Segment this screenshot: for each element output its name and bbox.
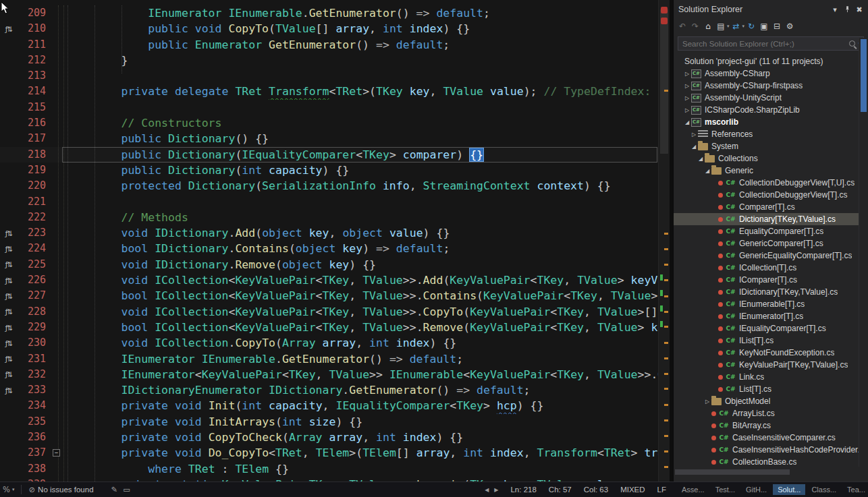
line-number[interactable]: 231 bbox=[18, 351, 51, 367]
tree-item-comparer-t-cs[interactable]: C#Comparer[T].cs bbox=[674, 201, 859, 213]
code-line-212[interactable]: 212 } bbox=[0, 53, 658, 68]
tree-item-idictionary-tkey-tvalue-cs[interactable]: C#IDictionary[TKey,TValue].cs bbox=[674, 286, 859, 298]
code-line-228[interactable]: ƒ⇅228 void ICollection<KeyValuePair<TKey… bbox=[0, 304, 658, 320]
eol-indicator[interactable]: LF bbox=[657, 486, 666, 494]
code-line-220[interactable]: 220 protected Dictionary(SerializationIn… bbox=[0, 178, 658, 194]
expanded-arrow-icon[interactable]: ◢ bbox=[683, 119, 691, 125]
code-text[interactable]: where TRet : TElem {} bbox=[67, 461, 658, 477]
issues-status[interactable]: No issues found bbox=[38, 486, 93, 494]
tree-item-assembly-csharp[interactable]: ▷C#Assembly-CSharp bbox=[674, 67, 859, 80]
method-reference-margin-icon[interactable]: ƒ⇅ bbox=[0, 245, 18, 253]
column-indicator[interactable]: Col: 63 bbox=[584, 486, 608, 494]
tree-item-genericequalitycomparer-t-cs[interactable]: C#GenericEqualityComparer[T].cs bbox=[674, 250, 859, 262]
tree-item-list-t-cs[interactable]: C#List[T].cs bbox=[674, 383, 859, 395]
code-line-231[interactable]: ƒ⇅231 IEnumerator IEnumerable.GetEnumera… bbox=[0, 351, 658, 367]
line-number[interactable]: 214 bbox=[18, 84, 51, 99]
method-reference-margin-icon[interactable]: ƒ⇅ bbox=[0, 25, 18, 33]
properties-icon[interactable]: ⚙ bbox=[784, 20, 796, 33]
fold-collapse-glyph[interactable]: − bbox=[53, 449, 60, 457]
tree-item-mscorlib[interactable]: ◢C#mscorlib bbox=[674, 116, 859, 128]
code-editor[interactable]: 209 IEnumerator IEnumerable.GetEnumerato… bbox=[0, 0, 670, 481]
tool-window-tab-test[interactable]: Test... bbox=[711, 484, 740, 495]
code-line-213[interactable]: 213 bbox=[0, 68, 658, 84]
tree-item-collectiondebuggerview-t-u-cs[interactable]: C#CollectionDebuggerView[T,U].cs bbox=[674, 177, 859, 189]
expanded-arrow-icon[interactable]: ◢ bbox=[690, 144, 698, 150]
code-text[interactable]: IDictionaryEnumerator IDictionary.GetEnu… bbox=[67, 382, 658, 398]
code-text[interactable]: IEnumerator IEnumerable.GetEnumerator() … bbox=[67, 351, 658, 367]
close-icon[interactable]: ✖ bbox=[853, 3, 865, 16]
pin-icon[interactable] bbox=[841, 3, 853, 16]
scroll-right-icon[interactable]: ▶ bbox=[491, 487, 501, 493]
tree-item-iequalitycomparer-t-cs[interactable]: C#IEqualityComparer[T].cs bbox=[674, 322, 859, 334]
line-number[interactable]: 217 bbox=[18, 131, 51, 146]
collapsed-arrow-icon[interactable]: ▷ bbox=[683, 107, 691, 113]
line-number[interactable]: 230 bbox=[18, 335, 51, 351]
collapse-all-icon[interactable]: ⊟ bbox=[771, 20, 783, 33]
expanded-arrow-icon[interactable]: ◢ bbox=[703, 168, 711, 174]
forward-icon[interactable]: ↷ bbox=[689, 20, 701, 33]
code-text[interactable]: bool IDictionary.Contains(object key) =>… bbox=[67, 241, 658, 256]
code-text[interactable]: public Enumerator GetEnumerator() => def… bbox=[67, 37, 658, 53]
tool-window-tab-tea[interactable]: Tea... bbox=[842, 484, 868, 495]
tree-item-collectiondebuggerview-t-cs[interactable]: C#CollectionDebuggerView[T].cs bbox=[674, 189, 859, 201]
code-line-235[interactable]: 235 private void InitArrays(int size) {} bbox=[0, 414, 658, 430]
search-box[interactable]: ▾ bbox=[678, 36, 864, 51]
panel-toggle-icon[interactable]: ▭ bbox=[120, 485, 133, 494]
code-line-224[interactable]: ƒ⇅224 bool IDictionary.Contains(object k… bbox=[0, 241, 658, 256]
tree-item-ienumerable-t-cs[interactable]: C#IEnumerable[T].cs bbox=[674, 298, 859, 310]
collapsed-arrow-icon[interactable]: ▷ bbox=[690, 131, 698, 138]
tree-item-generic[interactable]: ◢Generic bbox=[674, 165, 859, 177]
code-line-210[interactable]: ƒ⇅210 public void CopyTo(TValue[] array,… bbox=[0, 21, 658, 36]
code-line-219[interactable]: 219 public Dictionary(int capacity) {} bbox=[0, 163, 658, 178]
code-text[interactable]: // Methods bbox=[67, 210, 658, 225]
line-number[interactable]: 228 bbox=[18, 304, 51, 320]
tree-item-system[interactable]: ◢System bbox=[674, 140, 859, 152]
fold-collapse-button[interactable]: − bbox=[51, 445, 67, 461]
line-number[interactable]: 223 bbox=[18, 225, 51, 241]
code-text[interactable]: void IDictionary.Remove(object key) {} bbox=[67, 257, 658, 272]
sidebar-horizontal-scrollbar[interactable] bbox=[674, 468, 859, 476]
method-reference-margin-icon[interactable]: ƒ⇅ bbox=[0, 355, 18, 363]
line-number[interactable]: 213 bbox=[18, 68, 51, 84]
code-line-215[interactable]: 215 bbox=[0, 100, 658, 115]
search-input[interactable] bbox=[678, 40, 848, 48]
tree-item-icollection-t-cs[interactable]: C#ICollection[T].cs bbox=[674, 262, 859, 274]
line-number[interactable]: 236 bbox=[18, 430, 51, 445]
collapsed-arrow-icon[interactable]: ▷ bbox=[703, 399, 711, 405]
home-icon[interactable]: ⌂ bbox=[702, 20, 714, 33]
code-line-223[interactable]: ƒ⇅223 void IDictionary.Add(object key, o… bbox=[0, 225, 658, 241]
tree-item-icomparer-t-cs[interactable]: C#IComparer[T].cs bbox=[674, 274, 859, 286]
tree-item-assembly-csharp-firstpass[interactable]: ▷C#Assembly-CSharp-firstpass bbox=[674, 80, 859, 92]
line-number[interactable]: 234 bbox=[18, 398, 51, 413]
code-line-236[interactable]: 236 private void CopyToCheck(Array array… bbox=[0, 430, 658, 445]
code-text[interactable]: public Dictionary(IEqualityComparer<TKey… bbox=[67, 147, 658, 163]
code-text[interactable]: public Dictionary(int capacity) {} bbox=[67, 163, 658, 178]
code-text[interactable]: void IDictionary.Add(object key, object … bbox=[67, 225, 658, 241]
code-text[interactable]: public Dictionary() {} bbox=[67, 131, 658, 146]
issues-icon[interactable]: ⊘ bbox=[26, 485, 38, 494]
tree-item-icsharpcode-sharpziplib[interactable]: ▷C#ICSharpCode.SharpZipLib bbox=[674, 104, 859, 116]
zoom-control[interactable]: % ▾ bbox=[0, 485, 17, 494]
code-area[interactable]: 209 IEnumerator IEnumerable.GetEnumerato… bbox=[0, 0, 658, 481]
tree-item-dictionary-tkey-tvalue-cs[interactable]: C#Dictionary[TKey,TValue].cs bbox=[674, 213, 859, 225]
tree-item-caseinsensitivecomparer-cs[interactable]: C#CaseInsensitiveComparer.cs bbox=[674, 432, 859, 444]
tree-item-objectmodel[interactable]: ▷ObjectModel bbox=[674, 395, 859, 407]
method-reference-margin-icon[interactable]: ƒ⇅ bbox=[0, 308, 18, 316]
line-number[interactable]: 218 bbox=[18, 147, 51, 163]
tree-item-collections[interactable]: ◢Collections bbox=[674, 152, 859, 165]
code-line-226[interactable]: ƒ⇅226 void ICollection<KeyValuePair<TKey… bbox=[0, 272, 658, 288]
line-number[interactable]: 235 bbox=[18, 414, 51, 430]
switch-views-icon[interactable]: ▤ bbox=[715, 20, 727, 33]
sidebar-hscrollbar-thumb[interactable] bbox=[675, 469, 790, 475]
code-line-237[interactable]: 237− private void Do_CopyTo<TRet, TElem>… bbox=[0, 445, 658, 461]
code-line-227[interactable]: ƒ⇅227 bool ICollection<KeyValuePair<TKey… bbox=[0, 288, 658, 303]
line-number[interactable]: 227 bbox=[18, 288, 51, 303]
tree-item-references[interactable]: ▷References bbox=[674, 128, 859, 140]
code-text[interactable]: void ICollection.CopyTo(Array array, int… bbox=[67, 335, 658, 351]
code-text[interactable]: private void CopyToCheck(Array array, in… bbox=[67, 430, 658, 445]
code-text[interactable]: private delegate TRet Transform<TRet>(TK… bbox=[67, 84, 658, 99]
scrollbar-thumb[interactable] bbox=[660, 9, 668, 154]
code-text[interactable]: private static KeyValuePair<TKey, TValue… bbox=[67, 477, 658, 481]
edit-mode-icon[interactable]: ✎ bbox=[109, 485, 121, 494]
line-number[interactable]: 226 bbox=[18, 272, 51, 288]
